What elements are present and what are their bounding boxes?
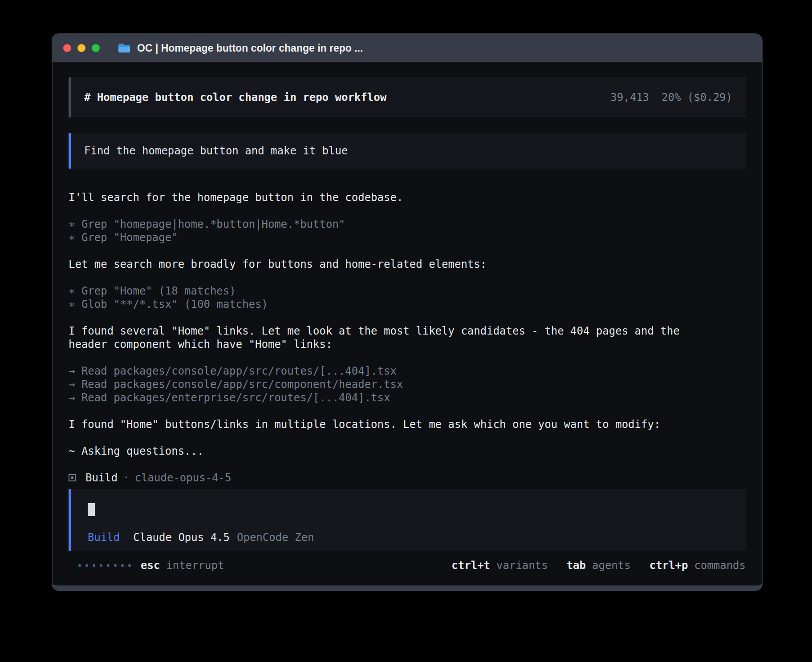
token-count: 39,413 [610,91,649,104]
variants-hint: ctrl+t variants [451,559,548,572]
assistant-text-line: Let me search more broadly for buttons a… [69,258,746,271]
context-usage: 20% ($0.29) [662,91,732,104]
commands-label: commands [694,559,746,572]
esc-label: interrupt [166,559,224,572]
tool-call-line: ∗ Grep "homepage|home.*button|Home.*butt… [69,218,746,231]
close-window-button[interactable] [63,44,71,52]
interrupt-hint: esc interrupt [141,559,224,572]
tool-call-group: ∗ Grep "homepage|home.*button|Home.*butt… [69,218,746,244]
agent-status-row: Build · claude-opus-4-5 [69,471,746,484]
minimize-window-button[interactable] [77,44,85,52]
zoom-window-button[interactable] [92,44,100,52]
user-message: Find the homepage button and make it blu… [69,133,746,169]
assistant-text-line: header component which have "Home" links… [69,338,746,351]
input-provider-label: OpenCode Zen [237,531,314,544]
status-bar: esc interrupt ctrl+t variants tab agents… [69,559,746,572]
assistant-paragraph: I'll search for the homepage button in t… [69,191,746,204]
user-message-text: Find the homepage button and make it blu… [84,144,348,157]
commands-key: ctrl+p [650,559,688,572]
tool-call-line: ∗ Grep "Home" (18 matches) [69,284,746,298]
tool-call-line: → Read packages/enterprise/src/routes/[.… [69,391,746,404]
agent-name: Build [85,471,118,484]
tool-call-line: → Read packages/console/app/src/routes/[… [69,364,746,378]
asking-questions-line: ~ Asking questions... [69,444,746,458]
agent-separator: · [123,471,129,484]
window-title: OC | Homepage button color change in rep… [137,42,363,54]
agents-hint: tab agents [567,559,631,572]
variants-key: ctrl+t [451,559,490,572]
esc-key: esc [141,559,160,572]
tool-call-group: ∗ Grep "Home" (18 matches) ∗ Glob "**/*.… [69,284,746,311]
session-stats: 39,413 20% ($0.29) [610,91,732,104]
assistant-paragraph: I found "Home" buttons/links in multiple… [69,418,746,431]
progress-dots [78,564,131,567]
assistant-text-line: I found several "Home" links. Let me loo… [69,324,746,338]
variants-label: variants [496,559,548,572]
conversation-log: I'll search for the homepage button in t… [69,191,746,484]
window-titlebar[interactable]: OC | Homepage button color change in rep… [53,34,762,62]
tool-call-line: → Read packages/console/app/src/componen… [69,378,746,391]
session-title: # Homepage button color change in repo w… [84,91,386,104]
assistant-status: ~ Asking questions... [69,444,746,458]
shortcut-hints: ctrl+t variants tab agents ctrl+p comman… [451,559,746,572]
tool-call-line: ∗ Glob "**/*.tsx" (100 matches) [69,298,746,311]
folder-icon [118,43,131,53]
terminal-window: OC | Homepage button color change in rep… [52,33,763,591]
prompt-input[interactable]: Build Claude Opus 4.5 OpenCode Zen [69,489,746,551]
agents-key: tab [567,559,586,572]
input-model-label[interactable]: Claude Opus 4.5 [133,531,230,544]
assistant-paragraph: I found several "Home" links. Let me loo… [69,324,746,351]
session-header: # Homepage button color change in repo w… [69,77,746,117]
assistant-paragraph: Let me search more broadly for buttons a… [69,258,746,271]
agent-model: claude-opus-4-5 [135,471,231,484]
input-meta-row: Build Claude Opus 4.5 OpenCode Zen [88,531,732,544]
tool-call-line: ∗ Grep "Homepage" [69,231,746,244]
input-agent-label[interactable]: Build [88,531,120,544]
commands-hint: ctrl+p commands [650,559,746,572]
assistant-text-line: I'll search for the homepage button in t… [69,191,746,204]
agents-label: agents [592,559,631,572]
assistant-text-line: I found "Home" buttons/links in multiple… [69,418,746,431]
agent-box-icon [69,474,76,481]
text-cursor [88,503,95,516]
tool-call-group: → Read packages/console/app/src/routes/[… [69,364,746,404]
